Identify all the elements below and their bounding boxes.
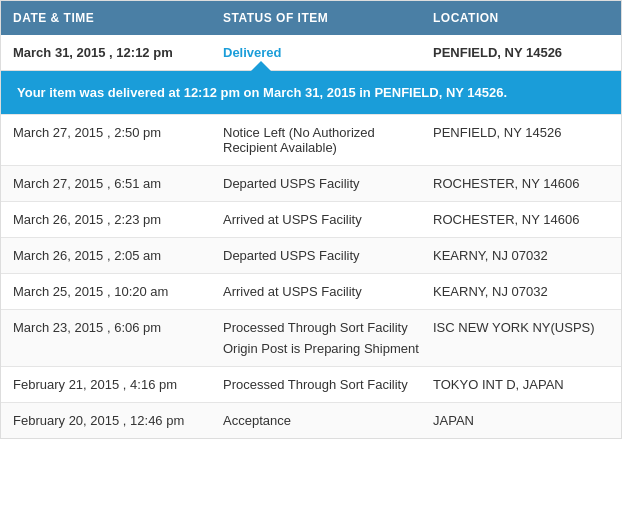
table-row: March 27, 2015 , 2:50 pmNotice Left (No … (1, 114, 621, 165)
table-header: DATE & TIME STATUS OF ITEM LOCATION (1, 1, 621, 35)
row-location: TOKYO INT D, JAPAN (433, 377, 609, 392)
status-line: Origin Post is Preparing Shipment (223, 341, 425, 356)
row-status: Arrived at USPS Facility (223, 212, 433, 227)
row-date: March 25, 2015 , 10:20 am (13, 284, 223, 299)
status-line: Processed Through Sort Facility (223, 377, 425, 392)
delivered-row: March 31, 2015 , 12:12 pm Delivered PENF… (1, 35, 621, 71)
row-location: ROCHESTER, NY 14606 (433, 212, 609, 227)
status-line: Departed USPS Facility (223, 176, 425, 191)
row-date: March 26, 2015 , 2:23 pm (13, 212, 223, 227)
row-location: JAPAN (433, 413, 609, 428)
row-status: Arrived at USPS Facility (223, 284, 433, 299)
status-line: Arrived at USPS Facility (223, 212, 425, 227)
status-line: Acceptance (223, 413, 425, 428)
row-status: Departed USPS Facility (223, 248, 433, 263)
header-location: LOCATION (421, 1, 621, 35)
row-status: Processed Through Sort FacilityOrigin Po… (223, 320, 433, 356)
status-line: Departed USPS Facility (223, 248, 425, 263)
row-status: Notice Left (No Authorized Recipient Ava… (223, 125, 433, 155)
row-status: Acceptance (223, 413, 433, 428)
row-date: March 26, 2015 , 2:05 am (13, 248, 223, 263)
delivery-banner: Your item was delivered at 12:12 pm on M… (1, 71, 621, 114)
table-row: March 27, 2015 , 6:51 amDeparted USPS Fa… (1, 165, 621, 201)
delivery-banner-text: Your item was delivered at 12:12 pm on M… (17, 85, 507, 100)
status-line: Notice Left (No Authorized Recipient Ava… (223, 125, 425, 155)
tracking-rows: March 27, 2015 , 2:50 pmNotice Left (No … (1, 114, 621, 438)
header-status: STATUS OF ITEM (211, 1, 421, 35)
table-row: March 26, 2015 , 2:23 pmArrived at USPS … (1, 201, 621, 237)
delivered-location: PENFIELD, NY 14526 (433, 45, 609, 60)
row-status: Departed USPS Facility (223, 176, 433, 191)
status-line: Processed Through Sort Facility (223, 320, 425, 335)
row-date: March 23, 2015 , 6:06 pm (13, 320, 223, 335)
tracking-table: DATE & TIME STATUS OF ITEM LOCATION Marc… (0, 0, 622, 439)
table-row: February 21, 2015 , 4:16 pmProcessed Thr… (1, 366, 621, 402)
row-location: PENFIELD, NY 14526 (433, 125, 609, 140)
row-date: February 20, 2015 , 12:46 pm (13, 413, 223, 428)
row-date: March 27, 2015 , 2:50 pm (13, 125, 223, 140)
header-date: DATE & TIME (1, 1, 211, 35)
table-row: March 23, 2015 , 6:06 pmProcessed Throug… (1, 309, 621, 366)
row-location: ROCHESTER, NY 14606 (433, 176, 609, 191)
row-date: February 21, 2015 , 4:16 pm (13, 377, 223, 392)
row-status: Processed Through Sort Facility (223, 377, 433, 392)
delivered-status: Delivered (223, 45, 433, 60)
table-row: February 20, 2015 , 12:46 pmAcceptanceJA… (1, 402, 621, 438)
row-location: KEARNY, NJ 07032 (433, 284, 609, 299)
row-location: ISC NEW YORK NY(USPS) (433, 320, 609, 335)
row-location: KEARNY, NJ 07032 (433, 248, 609, 263)
table-row: March 25, 2015 , 10:20 amArrived at USPS… (1, 273, 621, 309)
table-row: March 26, 2015 , 2:05 amDeparted USPS Fa… (1, 237, 621, 273)
row-date: March 27, 2015 , 6:51 am (13, 176, 223, 191)
status-line: Arrived at USPS Facility (223, 284, 425, 299)
delivered-date: March 31, 2015 , 12:12 pm (13, 45, 223, 60)
